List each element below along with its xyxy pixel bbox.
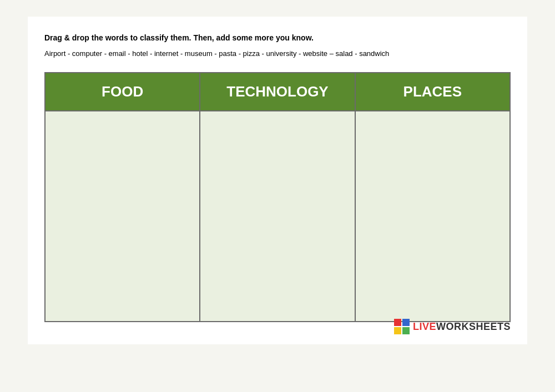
- header-places: PLACES: [356, 73, 509, 110]
- header-food: FOOD: [46, 73, 200, 110]
- logo-live-text: LIVE: [413, 321, 436, 332]
- instruction-text: Drag & drop the words to classify them. …: [44, 33, 511, 42]
- content-area: Drag & drop the words to classify them. …: [28, 17, 527, 344]
- technology-drop-zone[interactable]: [200, 110, 355, 321]
- table-header-row: FOOD TECHNOLOGY PLACES: [46, 73, 509, 110]
- logo-square-red: [394, 319, 401, 326]
- header-technology: TECHNOLOGY: [200, 73, 355, 110]
- liveworksheets-logo: LIVEWORKSHEETS: [394, 319, 511, 334]
- classification-table: FOOD TECHNOLOGY PLACES: [44, 72, 511, 322]
- logo-worksheets-text: WORKSHEETS: [436, 321, 511, 332]
- table-body: [46, 110, 509, 321]
- food-drop-zone[interactable]: [46, 110, 200, 321]
- logo-squares-icon: [394, 319, 410, 334]
- word-list: Airport - computer - email - hotel - int…: [44, 48, 511, 60]
- places-drop-zone[interactable]: [356, 110, 509, 321]
- page-container: Drag & drop the words to classify them. …: [0, 0, 555, 392]
- logo-square-yellow: [394, 327, 401, 334]
- logo-text: LIVEWORKSHEETS: [413, 321, 511, 333]
- logo-square-green: [402, 327, 410, 334]
- logo-square-blue: [402, 319, 410, 326]
